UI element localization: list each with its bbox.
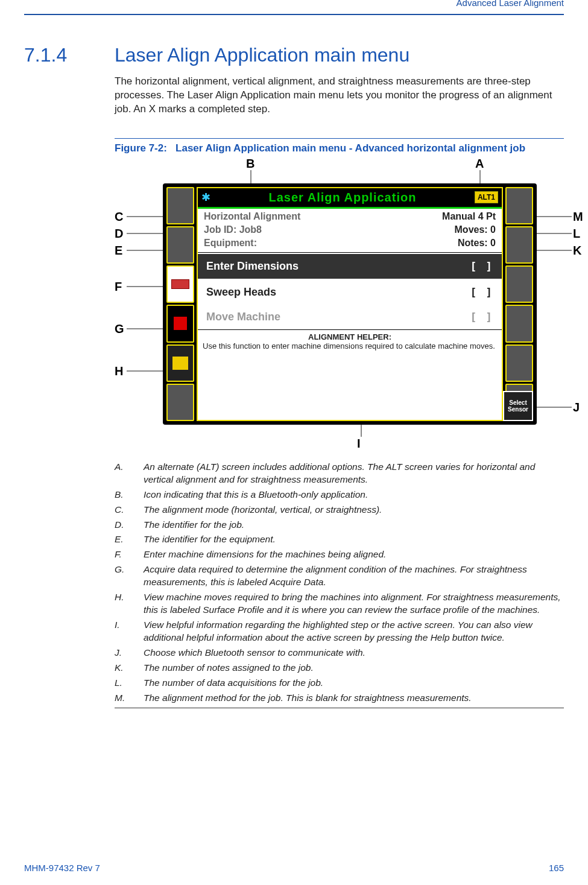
equipment-id: Equipment: <box>204 238 257 249</box>
annotation-key: D. <box>115 519 133 531</box>
alignment-method: Manual 4 Pt <box>442 211 496 222</box>
callout-G: G <box>115 322 124 336</box>
annotation-text: View machine moves required to bring the… <box>144 591 564 617</box>
annotation-key: A. <box>115 461 133 486</box>
annotation-text: The alignment mode (horizontal, vertical… <box>144 504 382 516</box>
center-panel: ✱ Laser Align Application ALT1 Horizonta… <box>197 187 503 421</box>
running-head: Advanced Laser Alignment <box>24 0 564 8</box>
callout-A: A <box>475 157 484 171</box>
section-number: 7.1.4 <box>24 44 115 66</box>
annotation-key: M. <box>115 692 133 705</box>
step-enter-dimensions-label: Enter Dimensions <box>206 260 299 273</box>
sweep-heads-softkey[interactable] <box>166 305 194 342</box>
annotation-row: K.The number of notes assigned to the jo… <box>115 662 564 674</box>
helper-text: Use this function to enter machine dimen… <box>203 341 497 351</box>
step-sweep-heads[interactable]: Sweep Heads [ ] <box>198 280 502 305</box>
intro-paragraph: The horizontal alignment, vertical align… <box>115 75 564 116</box>
job-id: Job ID: Job8 <box>204 224 262 235</box>
annotation-row: J.Choose which Bluetooth sensor to commu… <box>115 647 564 659</box>
annotation-key: G. <box>115 563 133 589</box>
laser-icon <box>174 317 187 330</box>
right-softkey-column <box>505 187 533 421</box>
callout-M: M <box>573 210 583 224</box>
ruler-icon <box>171 279 189 289</box>
right-softkey-1[interactable] <box>505 187 533 224</box>
page-footer: MHM-97432 Rev 7 165 <box>24 863 564 873</box>
left-softkey-2[interactable] <box>166 226 194 264</box>
right-softkey-2[interactable] <box>505 226 533 264</box>
annotation-text: The number of data acquisitions for the … <box>144 677 323 690</box>
annotation-row: A.An alternate (ALT) screen includes add… <box>115 461 564 486</box>
app-title: Laser Align Application <box>215 191 470 205</box>
figure-image: B A C D E F G H M L K J I <box>115 159 585 449</box>
annotation-text: View helpful information regarding the h… <box>144 619 564 644</box>
alignment-helper: ALIGNMENT HELPER: Use this function to e… <box>198 329 502 353</box>
step-sweep-heads-state: [ ] <box>470 286 493 299</box>
left-softkey-6[interactable] <box>166 384 194 421</box>
left-softkey-1[interactable] <box>166 187 194 224</box>
annotation-row: M.The alignment method for the job. This… <box>115 692 564 705</box>
figure-label: Figure 7-2: <box>115 142 167 154</box>
callout-J: J <box>573 401 580 414</box>
step-move-machine-label: Move Machine <box>206 311 280 323</box>
helper-title: ALIGNMENT HELPER: <box>203 332 497 341</box>
annotation-key: I. <box>115 619 133 644</box>
divider <box>198 252 502 253</box>
alt-badge[interactable]: ALT1 <box>475 191 498 203</box>
annotation-text: An alternate (ALT) screen includes addit… <box>144 461 564 486</box>
top-rule <box>24 14 564 15</box>
annotation-row: E.The identifier for the equipment. <box>115 533 564 546</box>
moves-count: Moves: 0 <box>455 224 496 235</box>
annotation-text: The alignment method for the job. This i… <box>144 692 472 705</box>
figure-caption-text: Laser Align Application main menu - Adva… <box>175 142 525 154</box>
annotation-key: F. <box>115 548 133 561</box>
annotation-text: Acquire data required to determine the a… <box>144 563 564 589</box>
right-softkey-3[interactable] <box>505 265 533 303</box>
annotation-key: J. <box>115 647 133 659</box>
annotation-list: A.An alternate (ALT) screen includes add… <box>115 461 564 705</box>
step-enter-dimensions[interactable]: Enter Dimensions [ ] <box>198 254 502 279</box>
annotation-text: The identifier for the equipment. <box>144 533 276 546</box>
annotation-row: C.The alignment mode (horizontal, vertic… <box>115 504 564 516</box>
right-softkey-4[interactable] <box>505 305 533 342</box>
annotation-row: L.The number of data acquisitions for th… <box>115 677 564 690</box>
annotation-row: G.Acquire data required to determine the… <box>115 563 564 589</box>
annotation-key: L. <box>115 677 133 690</box>
move-machine-softkey[interactable] <box>166 344 194 382</box>
annotation-text: The number of notes assigned to the job. <box>144 662 314 674</box>
annotation-row: F.Enter machine dimensions for the machi… <box>115 548 564 561</box>
right-softkey-5[interactable] <box>505 344 533 382</box>
callout-F: F <box>115 280 122 294</box>
annotation-row: D.The identifier for the job. <box>115 519 564 531</box>
callout-L: L <box>573 227 580 241</box>
device-screen: ✱ Laser Align Application ALT1 Horizonta… <box>163 183 537 425</box>
step-enter-dimensions-state: [ ] <box>470 260 493 273</box>
annotation-text: Enter machine dimensions for the machine… <box>144 548 386 561</box>
callout-D: D <box>115 227 123 241</box>
footer-page-number: 165 <box>549 863 564 873</box>
annotation-text: Choose which Bluetooth sensor to communi… <box>144 647 365 659</box>
notes-count: Notes: 0 <box>458 238 496 249</box>
callout-C: C <box>115 210 123 224</box>
callout-K: K <box>573 244 581 258</box>
section-title: Laser Align Application main menu <box>115 44 409 66</box>
annotation-row: B.Icon indicating that this is a Bluetoo… <box>115 489 564 501</box>
figure-caption: Figure 7-2: Laser Align Application main… <box>115 138 564 154</box>
annotation-text: The identifier for the job. <box>144 519 244 531</box>
annotation-row: I.View helpful information regarding the… <box>115 619 564 644</box>
annotation-key: K. <box>115 662 133 674</box>
annotation-key: H. <box>115 591 133 617</box>
select-sensor-button[interactable]: Select Sensor <box>503 391 533 421</box>
annotation-row: H.View machine moves required to bring t… <box>115 591 564 617</box>
callout-H: H <box>115 364 123 378</box>
annotation-key: E. <box>115 533 133 546</box>
callout-E: E <box>115 244 122 258</box>
left-softkey-column <box>166 187 194 421</box>
step-sweep-heads-label: Sweep Heads <box>206 286 276 299</box>
annotation-key: B. <box>115 489 133 501</box>
enter-dimensions-softkey[interactable] <box>166 265 194 303</box>
alignment-mode: Horizontal Alignment <box>204 211 300 222</box>
step-move-machine[interactable]: Move Machine [ ] <box>198 305 502 329</box>
machine-icon <box>172 357 188 370</box>
footer-left: MHM-97432 Rev 7 <box>24 863 100 873</box>
